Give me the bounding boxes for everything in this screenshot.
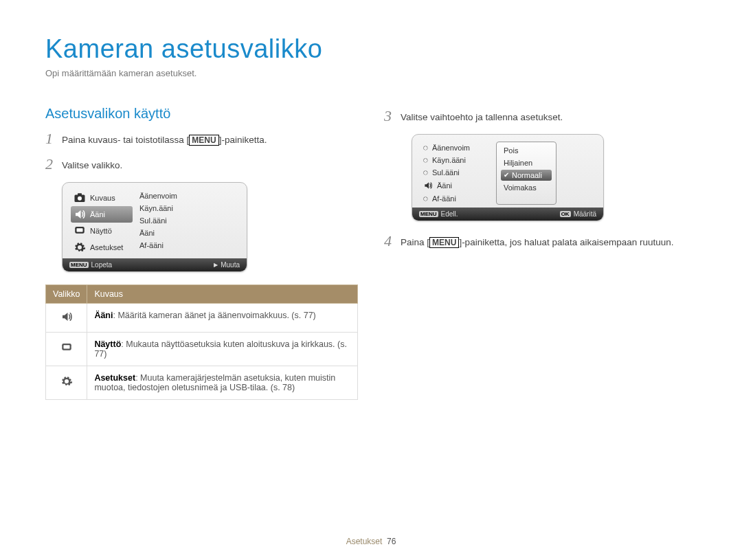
sound-icon xyxy=(60,311,73,323)
menu-description-table: Valikko Kuvaus Ääni: Määritä kameran ään… xyxy=(45,284,358,400)
step-text: Valitse vaihtoehto ja tallenna asetukset… xyxy=(401,109,563,124)
menu-item-aani: Ääni xyxy=(71,206,133,223)
option-item: ◯Af-ääni xyxy=(420,192,496,205)
menu-item-naytto: Näyttö xyxy=(71,223,133,239)
footer-exit: MENULopeta xyxy=(69,261,112,269)
step-2: 2 Valitse valikko. xyxy=(45,157,358,172)
value-option-selected: ✔Normaali xyxy=(501,170,552,181)
section-heading: Asetusvalikon käyttö xyxy=(45,106,358,122)
submenu-item: Af-ääni xyxy=(137,239,238,251)
page-title: Kameran asetusvalikko xyxy=(45,34,697,64)
table-row: Asetukset: Muuta kamerajärjestelmän aset… xyxy=(46,366,358,399)
footer-set: OKMääritä xyxy=(560,210,596,218)
menu-key: MENU xyxy=(429,237,459,248)
camera-screen-option: ◯Äänenvoim ◯Käyn.ääni ◯Sul.ääni Ääni ◯Af… xyxy=(412,134,604,221)
camera-icon xyxy=(74,192,86,204)
gear-icon xyxy=(60,375,73,388)
option-item: ◯Äänenvoim xyxy=(420,142,496,154)
option-item: ◯Sul.ääni xyxy=(420,166,496,179)
display-icon xyxy=(74,225,86,237)
footer-back: MENUEdell. xyxy=(419,210,458,218)
option-item: Ääni xyxy=(420,179,496,192)
camera-screen-menu: Kuvaus Ääni Näyttö Asetukset Äänenvoim K… xyxy=(62,182,247,272)
option-item: ◯Käyn.ääni xyxy=(420,154,496,166)
step-text-pre: Paina kuvaus- tai toistotilassa [ xyxy=(62,135,189,145)
sound-icon xyxy=(423,181,433,190)
menu-item-asetukset: Asetukset xyxy=(71,239,133,256)
value-option: Pois xyxy=(501,145,552,156)
step-number: 3 xyxy=(384,109,394,124)
step-4: 4 Paina [MENU]-painiketta, jos haluat pa… xyxy=(384,234,697,249)
footer-change: ▶Muuta xyxy=(214,261,240,269)
step-text-post: ]-painiketta. xyxy=(219,135,267,145)
check-icon: ✔ xyxy=(504,171,509,179)
page-subtitle: Opi määrittämään kameran asetukset. xyxy=(45,68,697,78)
menu-item-kuvaus: Kuvaus xyxy=(71,190,133,206)
value-option: Hiljainen xyxy=(501,157,552,168)
display-icon xyxy=(60,341,73,354)
submenu-item: Käyn.ääni xyxy=(137,202,238,214)
table-head-desc: Kuvaus xyxy=(87,284,358,303)
step-number: 1 xyxy=(45,131,55,147)
table-row: Ääni: Määritä kameran äänet ja äänenvoim… xyxy=(46,303,358,332)
step-number: 4 xyxy=(384,234,394,249)
submenu-item: Ääni xyxy=(137,227,238,239)
value-option: Voimakas xyxy=(501,182,552,193)
value-popup: Pois Hiljainen ✔Normaali Voimakas xyxy=(496,142,556,205)
page-footer: Asetukset 76 xyxy=(0,537,742,546)
step-text: Valitse valikko. xyxy=(62,157,122,172)
menu-key: MENU xyxy=(189,135,218,146)
step-number: 2 xyxy=(45,157,55,172)
submenu-item: Äänenvoim xyxy=(137,190,238,202)
gear-icon xyxy=(74,241,86,254)
sound-icon xyxy=(74,208,86,221)
step-text-post: ]-painiketta, jos haluat palata aikaisem… xyxy=(459,237,673,247)
table-head-menu: Valikko xyxy=(46,284,87,303)
step-1: 1 Paina kuvaus- tai toistotilassa [MENU]… xyxy=(45,131,358,147)
step-text-pre: Paina [ xyxy=(401,237,429,247)
table-row: Näyttö: Mukauta näyttöasetuksia kuten al… xyxy=(46,332,358,366)
step-3: 3 Valitse vaihtoehto ja tallenna asetuks… xyxy=(384,109,697,124)
submenu-item: Sul.ääni xyxy=(137,214,238,227)
